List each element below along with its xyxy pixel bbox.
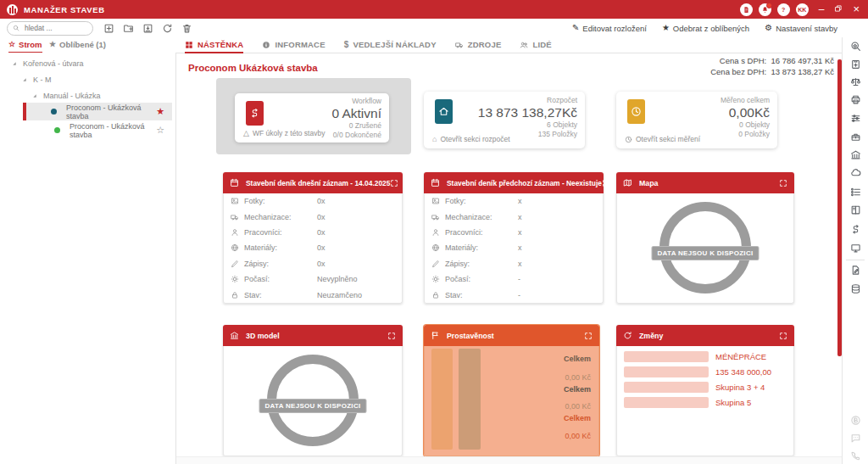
expand-icon[interactable] bbox=[779, 179, 787, 187]
project-settings-button[interactable]: ⚙Nastavení stavby bbox=[765, 24, 837, 33]
diary-today-header[interactable]: Stavební deník dnešní záznam - 14.04.202… bbox=[223, 172, 403, 193]
remove-favorites-button[interactable]: ★Odebrat z oblíbených bbox=[662, 24, 749, 33]
changes-row[interactable]: 135 348 000,00 bbox=[624, 366, 787, 377]
delete-button[interactable] bbox=[181, 23, 192, 34]
truck-icon bbox=[455, 41, 464, 49]
workflow-card-footer-link[interactable]: △ WF úkoly z této stavby bbox=[243, 129, 325, 137]
help-button[interactable]: ? bbox=[777, 3, 790, 16]
scales-button[interactable] bbox=[850, 76, 861, 87]
tab-information[interactable]: INFORMACE bbox=[262, 37, 325, 52]
workflow-cancelled-count: 0 Zrušené bbox=[331, 121, 381, 131]
expand-icon[interactable] bbox=[390, 179, 398, 187]
tree-node-manual[interactable]: Manuál - Ukázka bbox=[31, 88, 101, 103]
news-button[interactable] bbox=[740, 3, 753, 16]
bank-button[interactable] bbox=[850, 149, 861, 160]
tab-dashboard[interactable]: NÁSTĚNKA bbox=[185, 37, 243, 53]
import-button[interactable] bbox=[142, 23, 153, 34]
open-budget-link[interactable]: ⌂ Otevřít sekci rozpočet bbox=[432, 135, 510, 143]
progress-header[interactable]: Prostavěnost bbox=[424, 325, 599, 346]
restore-button[interactable] bbox=[834, 0, 843, 19]
documentation-button[interactable] bbox=[850, 204, 861, 215]
map-icon bbox=[623, 178, 632, 187]
avatar[interactable]: KK bbox=[796, 3, 809, 16]
changes-bar bbox=[624, 397, 709, 408]
measured-card[interactable]: Měřeno celkem 0,00Kč 0 Objekty 0 Položky… bbox=[616, 92, 777, 148]
progress-card[interactable]: Prostavěnost Celkem 0,00 Kč Celkem 0,00 … bbox=[424, 325, 599, 456]
tree-expand-icon[interactable] bbox=[21, 76, 28, 83]
tab-side-costs[interactable]: $VEDLEJŠÍ NÁKLADY bbox=[344, 37, 437, 52]
search-box[interactable] bbox=[7, 21, 93, 36]
zoom-search-button[interactable] bbox=[850, 41, 861, 52]
changes-row[interactable]: MÉNĚPRÁCE bbox=[624, 350, 787, 362]
expand-icon[interactable] bbox=[602, 179, 610, 187]
print-button[interactable] bbox=[850, 94, 861, 105]
changes-row[interactable]: Skupina 3 + 4 bbox=[624, 381, 787, 393]
changes-bar bbox=[624, 382, 709, 393]
calendar-icon bbox=[431, 178, 440, 187]
tree-node-km[interactable]: K - M bbox=[21, 72, 52, 87]
sidebar-tab-tree[interactable]: ☆ Strom bbox=[8, 37, 42, 53]
changes-header[interactable]: Změny bbox=[616, 325, 794, 346]
tab-information-label: INFORMACE bbox=[275, 40, 325, 49]
add-folder-button[interactable] bbox=[123, 23, 134, 34]
budget-total: 13 873 138,27Kč bbox=[478, 104, 577, 120]
tab-people[interactable]: LIDÉ bbox=[520, 37, 551, 52]
data-layers-button[interactable] bbox=[850, 283, 861, 294]
search-input[interactable] bbox=[23, 23, 87, 33]
open-measurement-link[interactable]: Otevřít sekci měření bbox=[625, 135, 700, 143]
expand-icon[interactable] bbox=[387, 332, 396, 340]
workflow-button[interactable] bbox=[850, 224, 861, 235]
diary-row-photos: Fotky:x bbox=[425, 193, 603, 209]
budget-stats: Rozpočet 13 873 138,27Kč 6 Objekty 135 P… bbox=[478, 96, 577, 139]
tasks-button[interactable] bbox=[850, 187, 861, 198]
minimize-button[interactable]: – bbox=[819, 0, 825, 19]
tree-item-project-selected[interactable]: Proconom - Ukázková stavba ★ bbox=[23, 103, 172, 120]
screen-share-button[interactable] bbox=[850, 243, 861, 254]
diary-row-materials: Materiály:x bbox=[425, 240, 603, 255]
changes-label: 135 348 000,00 bbox=[715, 367, 771, 377]
price-with-vat-value: 16 786 497,31 Kč bbox=[771, 56, 834, 65]
diary-row-label: Počasí: bbox=[244, 275, 270, 283]
expand-icon[interactable] bbox=[584, 332, 593, 340]
toolbox-button[interactable] bbox=[850, 131, 861, 143]
open-budget-label: Otevřít sekci rozpočet bbox=[440, 135, 509, 143]
tab-resources[interactable]: ZDROJE bbox=[455, 37, 502, 52]
lock-icon bbox=[431, 291, 440, 299]
model3d-header[interactable]: 3D model bbox=[223, 325, 403, 346]
edit-layout-button[interactable]: ✎Editovat rozložení bbox=[572, 24, 647, 33]
progress-group-3-value: 0,00 Kč bbox=[565, 432, 591, 440]
tree-expand-icon[interactable] bbox=[11, 60, 18, 67]
diary-row-value: Nevyplněno bbox=[317, 275, 358, 283]
favorite-star-icon[interactable]: ★ bbox=[156, 107, 164, 116]
expand-icon[interactable] bbox=[779, 332, 787, 340]
tree-item-project[interactable]: Proconom - Ukázková stavba ☆ bbox=[23, 121, 172, 139]
price-summary: Cena s DPH: 16 786 497,31 Kč Cena bez DP… bbox=[710, 55, 834, 77]
refresh-button[interactable] bbox=[162, 23, 173, 34]
titlebar-controls: ? KK – × bbox=[740, 0, 868, 19]
star-outline-icon: ☆ bbox=[8, 41, 15, 48]
cloud-button[interactable] bbox=[850, 167, 861, 178]
document-edit-button[interactable] bbox=[850, 265, 861, 276]
right-toolbar bbox=[842, 37, 868, 464]
changes-label: Skupina 5 bbox=[715, 398, 751, 407]
adjustments-button[interactable] bbox=[850, 113, 861, 124]
titlebar: MANAŽER STAVEB ? KK – × bbox=[0, 0, 868, 19]
sidebar-tab-favorites[interactable]: ★ Oblíbené (1) bbox=[49, 37, 106, 52]
close-button[interactable]: × bbox=[853, 0, 860, 19]
changes-row[interactable]: Skupina 5 bbox=[624, 396, 787, 408]
workflow-card[interactable]: Workflow 0 Aktivní 0 Zrušené 0/0 Dokonče… bbox=[235, 93, 389, 143]
diary-prev-header[interactable]: Stavební deník předchozí záznam - Neexis… bbox=[424, 172, 604, 193]
tree-expand-icon[interactable] bbox=[31, 92, 38, 99]
tree-node-root[interactable]: Kořenová - útvara bbox=[11, 56, 84, 71]
content-scrollbar[interactable] bbox=[837, 59, 842, 356]
favorite-star-outline-icon[interactable]: ☆ bbox=[156, 126, 164, 135]
map-header[interactable]: Mapa bbox=[616, 172, 794, 193]
notifications-button[interactable] bbox=[759, 3, 771, 16]
grid-icon bbox=[185, 41, 193, 49]
budget-card[interactable]: Rozpočet 13 873 138,27Kč 6 Objekty 135 P… bbox=[424, 92, 585, 148]
diary-row-machinery: Mechanizace:0x bbox=[224, 209, 402, 224]
add-button[interactable] bbox=[103, 23, 114, 34]
clipboard-add-button[interactable] bbox=[850, 59, 861, 70]
diary-row-value: - bbox=[518, 275, 520, 283]
progress-group-label: Celkem bbox=[564, 385, 591, 394]
